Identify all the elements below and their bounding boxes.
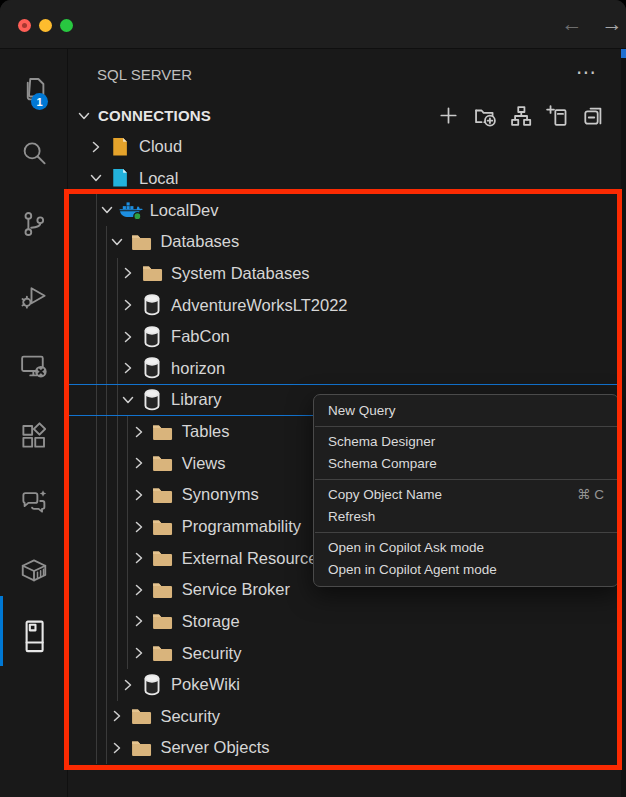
docker-icon bbox=[118, 198, 143, 223]
connect-to-server-hierarchy-icon[interactable] bbox=[508, 103, 533, 128]
menu-item-copy-object-name[interactable]: Copy Object Name⌘ C bbox=[314, 484, 618, 506]
tree-item-label: AdventureWorksLT2022 bbox=[171, 296, 347, 315]
connections-section-header[interactable]: CONNECTIONS bbox=[68, 101, 621, 131]
search-icon[interactable] bbox=[0, 125, 67, 183]
chevron-right-icon[interactable] bbox=[120, 360, 136, 376]
group-cyan-icon bbox=[107, 166, 132, 191]
tree-item-horizon[interactable]: horizon bbox=[68, 352, 621, 384]
tree-item-server-objects[interactable]: Server Objects bbox=[68, 732, 621, 764]
connections-toolbar bbox=[436, 103, 605, 128]
chevron-right-icon[interactable] bbox=[131, 424, 147, 440]
menu-item-open-in-copilot-agent-mode[interactable]: Open in Copilot Agent mode bbox=[314, 559, 618, 581]
menu-item-label: Open in Copilot Agent mode bbox=[328, 559, 497, 581]
menu-separator bbox=[315, 426, 617, 427]
chevron-right-icon[interactable] bbox=[88, 139, 104, 155]
tree-item-databases[interactable]: Databases bbox=[68, 226, 621, 258]
menu-item-label: New Query bbox=[328, 400, 396, 422]
folder-icon bbox=[128, 704, 153, 729]
tree-item-local[interactable]: Local bbox=[68, 163, 621, 195]
menu-separator bbox=[315, 479, 617, 480]
source-control-icon[interactable] bbox=[0, 195, 67, 253]
tree-item-pokewiki[interactable]: PokeWiki bbox=[68, 669, 621, 701]
tree-item-adventureworkslt2022[interactable]: AdventureWorksLT2022 bbox=[68, 289, 621, 321]
tree-item-label: Cloud bbox=[139, 137, 182, 156]
menu-item-schema-designer[interactable]: Schema Designer bbox=[314, 431, 618, 453]
scrollbar-thumb[interactable] bbox=[621, 49, 626, 58]
scrollbar-gutter[interactable] bbox=[621, 49, 626, 797]
explorer-badge: 1 bbox=[31, 93, 48, 110]
close-window-button[interactable] bbox=[18, 19, 31, 32]
tree-item-label: horizon bbox=[171, 359, 225, 378]
chevron-down-icon bbox=[76, 108, 92, 128]
chevron-right-icon[interactable] bbox=[109, 708, 125, 724]
menu-item-label: Schema Designer bbox=[328, 431, 435, 453]
chevron-right-icon[interactable] bbox=[131, 519, 147, 535]
database-icon bbox=[139, 324, 164, 349]
tree-item-system-databases[interactable]: System Databases bbox=[68, 258, 621, 290]
new-connection-group-icon[interactable] bbox=[472, 103, 497, 128]
run-and-debug-icon[interactable] bbox=[0, 268, 67, 326]
chevron-right-icon[interactable] bbox=[131, 645, 147, 661]
maximize-window-button[interactable] bbox=[60, 19, 73, 32]
activity-bar: 1 bbox=[0, 49, 68, 797]
connections-section-label: CONNECTIONS bbox=[98, 107, 211, 124]
tree-item-fabcon[interactable]: FabCon bbox=[68, 321, 621, 353]
containers-icon[interactable] bbox=[0, 542, 67, 600]
tree-item-label: Library bbox=[171, 390, 221, 409]
chevron-down-icon[interactable] bbox=[88, 170, 104, 186]
folder-icon bbox=[139, 261, 164, 286]
extensions-icon[interactable] bbox=[0, 407, 67, 465]
minimize-window-button[interactable] bbox=[39, 19, 52, 32]
chevron-right-icon[interactable] bbox=[131, 487, 147, 503]
tree-item-storage[interactable]: Storage bbox=[68, 606, 621, 638]
tree-item-security[interactable]: Security bbox=[68, 701, 621, 733]
active-view-indicator bbox=[0, 596, 3, 666]
folder-icon bbox=[128, 229, 153, 254]
chevron-right-icon[interactable] bbox=[131, 455, 147, 471]
more-actions-icon[interactable]: ⋯ bbox=[576, 60, 596, 84]
chevron-down-icon[interactable] bbox=[99, 202, 115, 218]
context-menu: New QuerySchema DesignerSchema CompareCo… bbox=[313, 394, 619, 587]
tree-item-label: LocalDev bbox=[150, 201, 219, 220]
tree-item-label: Local bbox=[139, 169, 178, 188]
tree-item-localdev[interactable]: LocalDev bbox=[68, 194, 621, 226]
menu-item-label: Refresh bbox=[328, 506, 375, 528]
explorer-icon[interactable]: 1 bbox=[0, 60, 67, 118]
chevron-down-icon[interactable] bbox=[109, 234, 125, 250]
chevron-right-icon[interactable] bbox=[131, 613, 147, 629]
tree-item-label: FabCon bbox=[171, 327, 230, 346]
tree-item-label: Tables bbox=[182, 422, 230, 441]
folder-icon bbox=[150, 451, 175, 476]
remote-explorer-icon[interactable] bbox=[0, 337, 67, 395]
chevron-right-icon[interactable] bbox=[120, 297, 136, 313]
tree-item-label: Service Broker bbox=[182, 580, 290, 599]
tree-item-label: System Databases bbox=[171, 264, 309, 283]
folder-icon bbox=[150, 482, 175, 507]
menu-separator bbox=[315, 532, 617, 533]
chevron-right-icon[interactable] bbox=[120, 265, 136, 281]
menu-item-label: Copy Object Name bbox=[328, 484, 442, 506]
chevron-right-icon[interactable] bbox=[131, 582, 147, 598]
collapse-all-icon[interactable] bbox=[580, 103, 605, 128]
vscode-window: ← → 1 bbox=[0, 0, 626, 797]
chevron-right-icon[interactable] bbox=[120, 329, 136, 345]
new-deployment-icon[interactable] bbox=[544, 103, 569, 128]
menu-item-refresh[interactable]: Refresh bbox=[314, 506, 618, 528]
navigate-back-button[interactable]: ← bbox=[558, 10, 586, 38]
chevron-down-icon[interactable] bbox=[120, 392, 136, 408]
tree-item-cloud[interactable]: Cloud bbox=[68, 131, 621, 163]
tree-item-label: Synonyms bbox=[182, 485, 259, 504]
navigate-forward-button[interactable]: → bbox=[598, 10, 626, 38]
sql-server-icon[interactable] bbox=[0, 608, 67, 666]
menu-item-new-query[interactable]: New Query bbox=[314, 400, 618, 422]
menu-item-open-in-copilot-ask-mode[interactable]: Open in Copilot Ask mode bbox=[314, 537, 618, 559]
chevron-right-icon[interactable] bbox=[131, 550, 147, 566]
chevron-right-icon[interactable] bbox=[109, 740, 125, 756]
tree-item-label: Server Objects bbox=[160, 738, 269, 757]
chat-icon[interactable] bbox=[0, 473, 67, 531]
folder-icon bbox=[150, 609, 175, 634]
tree-item-security[interactable]: Security bbox=[68, 637, 621, 669]
chevron-right-icon[interactable] bbox=[120, 677, 136, 693]
menu-item-schema-compare[interactable]: Schema Compare bbox=[314, 453, 618, 475]
add-connection-icon[interactable] bbox=[436, 103, 461, 128]
